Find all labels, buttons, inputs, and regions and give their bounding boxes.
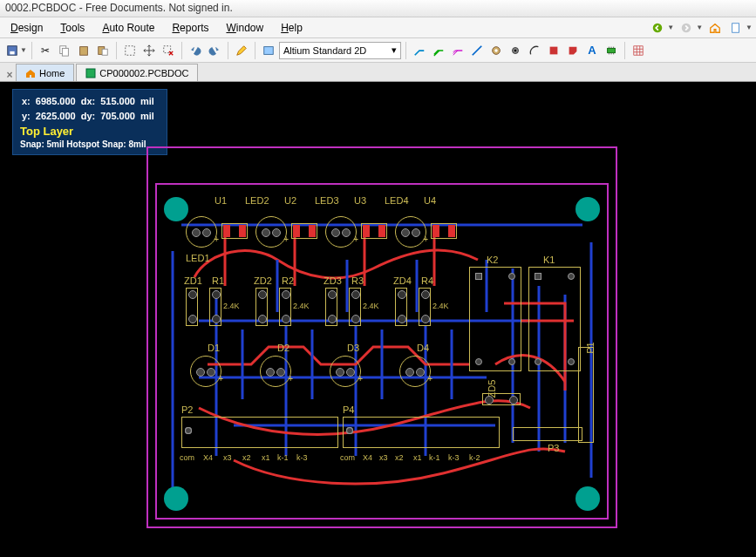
place-comp-button[interactable] [603, 43, 620, 58]
designator: ZD2 [254, 275, 272, 286]
designator: P3 [548, 443, 559, 453]
component-led [291, 223, 317, 239]
component-conn [181, 417, 338, 448]
svg-point-16 [514, 49, 517, 51]
pin-label: x3 [223, 453, 232, 462]
component-cap: + [186, 216, 217, 248]
designator: R4 [421, 275, 433, 286]
cut-button[interactable]: ✂ [37, 43, 54, 58]
component-res [349, 288, 361, 326]
component-res [255, 288, 268, 326]
layer-label: Top Layer [20, 125, 160, 138]
edit-button[interactable] [233, 43, 250, 58]
tab-close-button[interactable]: × [3, 69, 16, 81]
pcb-canvas[interactable]: x:6985.000dx:515.000mil y:2625.000dy:705… [0, 82, 756, 557]
place-string-button[interactable]: A [583, 43, 601, 58]
view-button[interactable] [260, 43, 277, 58]
designator: ZD3 [324, 275, 342, 286]
pin-label: k-2 [469, 453, 480, 462]
pin-label: x3 [379, 453, 388, 462]
component-res [482, 393, 521, 405]
mounting-hole [164, 486, 188, 511]
menu-reports[interactable]: Reports [165, 20, 215, 36]
pin-label: k-1 [277, 453, 289, 462]
value: 2.4K [363, 302, 379, 310]
component-led [221, 223, 248, 239]
coordinate-hud: x:6985.000dx:515.000mil y:2625.000dy:705… [12, 89, 167, 155]
paste-special-button[interactable] [94, 43, 112, 58]
svg-rect-7 [80, 46, 88, 55]
route-multi-button[interactable] [449, 43, 467, 58]
component-res [279, 288, 291, 326]
component-header [513, 427, 582, 441]
designator: U1 [215, 195, 227, 206]
home-button[interactable] [706, 20, 724, 36]
designator: K1 [543, 255, 555, 265]
svg-rect-10 [126, 45, 135, 55]
menu-design[interactable]: DDesignesign [3, 20, 50, 36]
svg-point-1 [682, 23, 691, 32]
place-track-button[interactable] [468, 43, 486, 58]
grid-button[interactable] [630, 43, 647, 58]
menu-window[interactable]: Window [219, 20, 270, 36]
select-rect-button[interactable] [121, 43, 139, 58]
place-arc-button[interactable] [526, 43, 543, 58]
designator: D3 [347, 343, 359, 353]
svg-rect-9 [102, 49, 107, 55]
mounting-hole [164, 197, 188, 221]
component-res [186, 288, 198, 326]
menu-help[interactable]: Help [274, 20, 310, 36]
value: 2.4K [293, 302, 310, 310]
value: 2.4K [432, 302, 449, 310]
title-bar: 0002.PCBDOC - Free Documents. Not signed… [0, 0, 756, 17]
designator: LED1 [186, 253, 210, 263]
menu-tools[interactable]: Tools [53, 20, 92, 36]
snap-label: Snap: 5mil Hotspot Snap: 8mil [20, 138, 160, 151]
designator: D4 [417, 343, 429, 353]
tab-home[interactable]: Home [16, 64, 74, 81]
place-via-button[interactable] [507, 43, 524, 58]
designator: R3 [351, 275, 364, 286]
designator: P4 [343, 404, 354, 415]
svg-point-0 [653, 23, 663, 32]
component-led [431, 223, 457, 239]
save-button[interactable] [3, 43, 21, 58]
view-mode-combo[interactable]: Altium Standard 2D▾ [279, 42, 401, 59]
designator: K2 [487, 255, 498, 265]
mounting-hole [576, 486, 600, 511]
place-poly-button[interactable] [564, 43, 582, 58]
pin-label: com [180, 453, 194, 462]
place-pad-button[interactable] [487, 43, 505, 58]
page-button[interactable] [727, 20, 745, 36]
move-button[interactable] [140, 43, 158, 58]
designator: R2 [282, 275, 294, 286]
route-button[interactable] [411, 43, 428, 58]
svg-rect-18 [608, 48, 616, 52]
paste-button[interactable] [75, 43, 92, 58]
designator: U3 [354, 195, 366, 206]
tab-document[interactable]: CP000002.PCBDOC [76, 64, 198, 81]
designator: P2 [181, 404, 193, 415]
component-res [395, 288, 407, 326]
designator: LED2 [245, 195, 269, 206]
route-diff-button[interactable] [430, 43, 447, 58]
undo-button[interactable] [187, 43, 204, 58]
svg-rect-12 [264, 46, 274, 54]
component-cap: + [325, 216, 357, 248]
svg-rect-4 [10, 51, 14, 54]
pin-label: x2 [395, 453, 404, 462]
nav-back-button[interactable] [649, 20, 666, 36]
redo-button[interactable] [206, 43, 223, 58]
svg-rect-17 [550, 46, 558, 54]
menu-autoroute[interactable]: Auto Route [95, 20, 161, 36]
nav-fwd-button[interactable] [678, 20, 695, 36]
designator: ZD1 [184, 275, 202, 286]
pin-label: X4 [203, 453, 213, 462]
svg-rect-6 [62, 48, 68, 56]
component-cap: + [330, 356, 361, 387]
copy-button[interactable] [56, 43, 73, 58]
component-led [361, 223, 387, 239]
deselect-button[interactable] [160, 43, 177, 58]
svg-point-14 [494, 49, 498, 52]
place-fill-button[interactable] [545, 43, 562, 58]
